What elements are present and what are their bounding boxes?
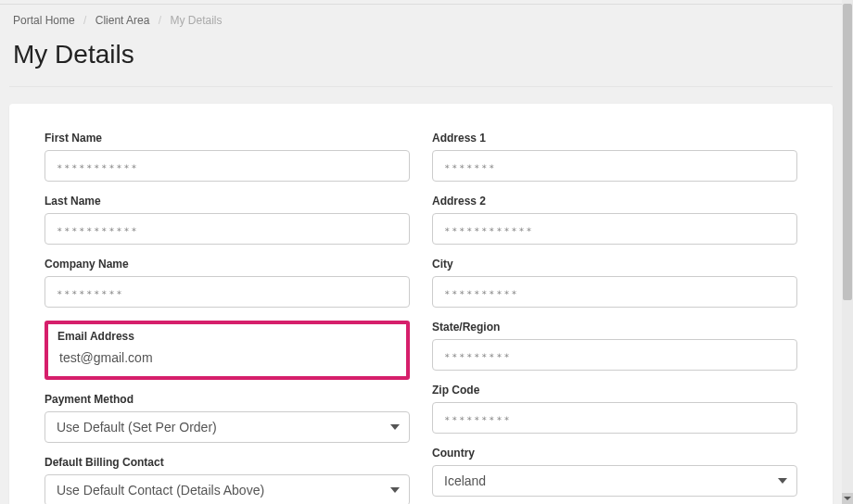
breadcrumb: Portal Home / Client Area / My Details <box>0 5 842 32</box>
breadcrumb-client-area[interactable]: Client Area <box>95 14 150 27</box>
payment-method-select[interactable]: Use Default (Set Per Order) <box>45 411 410 443</box>
city-label: City <box>432 258 797 271</box>
zip-label: Zip Code <box>432 384 797 397</box>
left-column: First Name Last Name Company Name Email … <box>45 132 410 504</box>
country-label: Country <box>432 447 797 460</box>
vertical-scrollbar[interactable] <box>842 0 853 504</box>
email-field[interactable] <box>57 346 397 369</box>
address2-label: Address 2 <box>432 195 797 208</box>
first-name-label: First Name <box>45 132 410 145</box>
state-field[interactable] <box>432 339 797 371</box>
zip-field[interactable] <box>432 402 797 434</box>
scrollbar-down-icon[interactable] <box>842 493 853 504</box>
company-name-field[interactable] <box>45 276 410 308</box>
address2-field[interactable] <box>432 213 797 245</box>
payment-method-label: Payment Method <box>45 393 410 406</box>
company-name-label: Company Name <box>45 258 410 271</box>
billing-contact-label: Default Billing Contact <box>45 456 410 469</box>
last-name-label: Last Name <box>45 195 410 208</box>
scrollbar-thumb[interactable] <box>843 4 852 300</box>
breadcrumb-sep-icon: / <box>153 14 167 27</box>
email-highlight: Email Address <box>45 321 410 380</box>
city-field[interactable] <box>432 276 797 308</box>
address1-field[interactable] <box>432 150 797 182</box>
state-label: State/Region <box>432 321 797 334</box>
first-name-field[interactable] <box>45 150 410 182</box>
billing-contact-select[interactable]: Use Default Contact (Details Above) <box>45 474 410 504</box>
breadcrumb-sep-icon: / <box>78 14 92 27</box>
breadcrumb-current: My Details <box>170 14 222 27</box>
right-column: Address 1 Address 2 City State/Region Zi <box>432 132 797 504</box>
breadcrumb-home[interactable]: Portal Home <box>13 14 75 27</box>
country-select[interactable]: Iceland <box>432 465 797 497</box>
email-label: Email Address <box>57 330 397 343</box>
address1-label: Address 1 <box>432 132 797 145</box>
last-name-field[interactable] <box>45 213 410 245</box>
page-title: My Details <box>0 32 842 86</box>
details-card: First Name Last Name Company Name Email … <box>9 104 833 504</box>
